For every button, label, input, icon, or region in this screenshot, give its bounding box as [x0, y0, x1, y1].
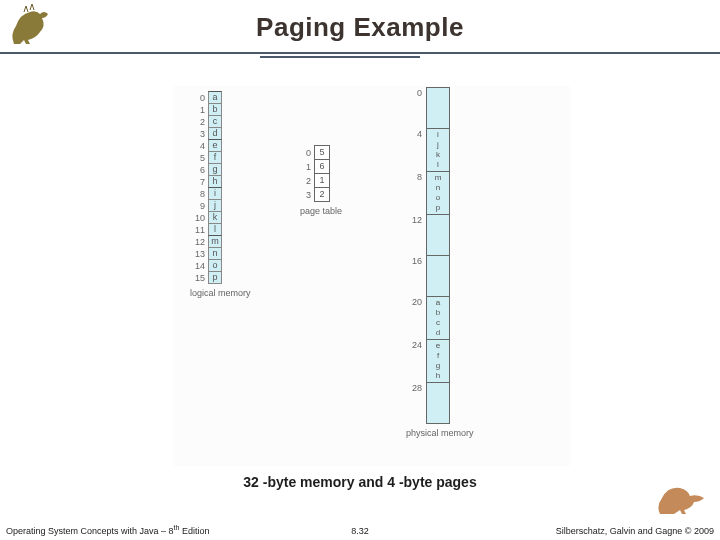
lm-index: 3 — [190, 128, 208, 140]
lm-index: 4 — [190, 140, 208, 152]
pm-index: 4 — [404, 129, 426, 172]
lm-index: 10 — [190, 212, 208, 224]
dinosaur-left-icon — [6, 4, 60, 48]
logical-memory: 0a 1b 2c 3d 4e 5f 6g 7h 8i 9j 10k 11l 12… — [190, 92, 251, 298]
pm-cell: l — [427, 160, 449, 170]
pt-index: 0 — [300, 146, 314, 160]
logical-memory-label: logical memory — [190, 288, 251, 298]
pm-cell: k — [427, 150, 449, 160]
page-table-label: page table — [300, 206, 342, 216]
lm-index: 1 — [190, 104, 208, 116]
pm-index: 20 — [404, 297, 426, 340]
pm-cell: b — [427, 308, 449, 318]
pt-index: 1 — [300, 160, 314, 174]
diagram-area: 0a 1b 2c 3d 4e 5f 6g 7h 8i 9j 10k 11l 12… — [174, 86, 570, 466]
pm-cell: p — [427, 203, 449, 213]
pm-index: 16 — [404, 256, 426, 297]
lm-index: 15 — [190, 272, 208, 284]
pm-cell: n — [427, 183, 449, 193]
pm-index: 24 — [404, 340, 426, 383]
pm-cell: f — [427, 351, 449, 361]
pm-cell: o — [427, 193, 449, 203]
footer-left: Operating System Concepts with Java – 8t… — [6, 524, 209, 536]
pm-cell: c — [427, 318, 449, 328]
pm-cell: h — [427, 371, 449, 381]
lm-index: 9 — [190, 200, 208, 212]
dinosaur-right-icon — [654, 478, 714, 518]
title-rule-accent — [260, 56, 420, 58]
footer-copyright: Silberschatz, Galvin and Gagne © 2009 — [556, 526, 714, 536]
pm-index: 28 — [404, 383, 426, 424]
lm-index: 8 — [190, 188, 208, 200]
pm-index: 0 — [404, 88, 426, 129]
lm-index: 14 — [190, 260, 208, 272]
pm-frame — [426, 87, 450, 129]
lm-index: 7 — [190, 176, 208, 188]
footer-left-text: Operating System Concepts with Java – 8 — [6, 526, 174, 536]
lm-index: 5 — [190, 152, 208, 164]
pm-frame: mnop — [426, 171, 450, 215]
pt-index: 3 — [300, 188, 314, 202]
pm-frame: efgh — [426, 339, 450, 383]
pt-cell: 1 — [314, 173, 330, 188]
pt-cell: 2 — [314, 187, 330, 202]
lm-index: 12 — [190, 236, 208, 248]
pm-cell: e — [427, 341, 449, 351]
footer-left-tail: Edition — [179, 526, 209, 536]
physical-memory: 0 4ijkl 8mnop 12 16 20abcd 24efgh 28 phy… — [404, 88, 474, 438]
lm-index: 2 — [190, 116, 208, 128]
lm-index: 6 — [190, 164, 208, 176]
lm-index: 0 — [190, 92, 208, 104]
pm-frame — [426, 382, 450, 424]
pm-index: 12 — [404, 215, 426, 256]
pm-frame — [426, 214, 450, 256]
lm-index: 13 — [190, 248, 208, 260]
pm-frame: ijkl — [426, 128, 450, 172]
slide-title: Paging Example — [0, 0, 720, 43]
slide-footer: Operating System Concepts with Java – 8t… — [0, 520, 720, 536]
pm-frame: abcd — [426, 296, 450, 340]
pm-cell: g — [427, 361, 449, 371]
slide-header: Paging Example — [0, 0, 720, 56]
pm-cell: a — [427, 298, 449, 308]
pt-index: 2 — [300, 174, 314, 188]
lm-cell: p — [208, 271, 222, 284]
pm-index: 8 — [404, 172, 426, 215]
lm-index: 11 — [190, 224, 208, 236]
pt-cell: 5 — [314, 145, 330, 160]
slide-caption: 32 -byte memory and 4 -byte pages — [0, 474, 720, 490]
title-rule — [0, 52, 720, 54]
physical-memory-label: physical memory — [406, 428, 474, 438]
pm-cell: m — [427, 173, 449, 183]
pt-cell: 6 — [314, 159, 330, 174]
footer-page-number: 8.32 — [351, 526, 369, 536]
pm-cell: i — [427, 130, 449, 140]
pm-frame — [426, 255, 450, 297]
pm-cell: d — [427, 328, 449, 338]
pm-cell: j — [427, 140, 449, 150]
page-table: 05 16 21 32 page table — [300, 146, 342, 216]
